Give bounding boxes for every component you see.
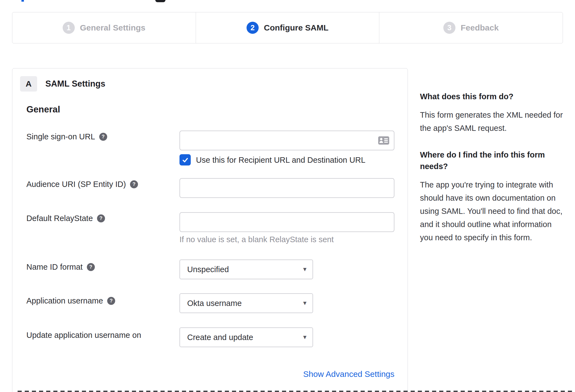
- help-icon[interactable]: ?: [107, 297, 115, 305]
- audience-uri-input[interactable]: [179, 178, 394, 198]
- step-2-label: Configure SAML: [264, 23, 328, 32]
- step-1-badge: 1: [63, 22, 75, 34]
- step-configure-saml[interactable]: 2 Configure SAML: [196, 12, 379, 43]
- contact-card-icon[interactable]: [378, 136, 389, 145]
- help-icon[interactable]: ?: [130, 180, 138, 188]
- sidebar-paragraph-1: This form generates the XML needed for t…: [420, 108, 563, 135]
- sso-url-label-row: Single sign-on URL ?: [26, 132, 107, 141]
- help-icon[interactable]: ?: [87, 263, 95, 271]
- audience-uri-label-row: Audience URI (SP Entity ID) ?: [26, 180, 138, 189]
- step-general-settings[interactable]: 1 General Settings: [12, 12, 196, 43]
- update-username-select[interactable]: Create and update ▾: [179, 327, 313, 347]
- relaystate-label-row: Default RelayState ?: [26, 214, 105, 223]
- check-icon: [182, 156, 189, 164]
- sidebar-paragraph-2: The app you're trying to integrate with …: [420, 178, 563, 244]
- update-username-label: Update application username on: [26, 331, 141, 340]
- step-3-label: Feedback: [461, 23, 499, 32]
- relaystate-label: Default RelayState: [26, 214, 93, 223]
- sidebar-heading-2: Where do I find the info this form needs…: [420, 149, 563, 172]
- general-group-heading: General: [26, 104, 60, 115]
- help-sidebar: What does this form do? This form genera…: [420, 91, 563, 244]
- app-username-label: Application username: [26, 296, 103, 305]
- sso-url-input[interactable]: [179, 131, 394, 150]
- wizard-stepper: 1 General Settings 2 Configure SAML 3 Fe…: [12, 12, 563, 43]
- nameid-format-label-row: Name ID format ?: [26, 263, 95, 272]
- nameid-format-value: Unspecified: [187, 265, 229, 274]
- cutoff-blue-fragment: [21, 0, 24, 2]
- chevron-down-icon: ▾: [303, 299, 306, 307]
- step-2-badge: 2: [247, 22, 259, 34]
- step-1-label: General Settings: [80, 23, 145, 32]
- relaystate-input[interactable]: [179, 212, 394, 232]
- step-3-badge: 3: [443, 22, 455, 34]
- dashed-section-divider: [18, 391, 575, 392]
- relaystate-hint: If no value is set, a blank RelayState i…: [179, 235, 334, 244]
- step-feedback[interactable]: 3 Feedback: [379, 12, 563, 43]
- audience-uri-label: Audience URI (SP Entity ID): [26, 180, 126, 189]
- sidebar-heading-1: What does this form do?: [420, 91, 563, 102]
- nameid-format-select[interactable]: Unspecified ▾: [179, 260, 313, 279]
- help-icon[interactable]: ?: [97, 214, 105, 222]
- app-username-label-row: Application username ?: [26, 296, 115, 305]
- sso-url-label: Single sign-on URL: [26, 132, 95, 141]
- help-icon[interactable]: ?: [99, 133, 107, 141]
- recipient-url-checkbox-label: Use this for Recipient URL and Destinati…: [196, 154, 365, 165]
- update-username-value: Create and update: [187, 333, 253, 342]
- panel-title: SAML Settings: [45, 76, 105, 92]
- cutoff-lock-icon: [155, 0, 165, 2]
- nameid-format-label: Name ID format: [26, 263, 83, 272]
- section-a-badge: A: [20, 76, 37, 92]
- app-username-value: Okta username: [187, 299, 242, 308]
- chevron-down-icon: ▾: [303, 333, 306, 341]
- chevron-down-icon: ▾: [303, 265, 306, 273]
- show-advanced-settings-link[interactable]: Show Advanced Settings: [179, 369, 394, 379]
- saml-settings-panel: A SAML Settings General Single sign-on U…: [12, 68, 408, 392]
- recipient-url-checkbox[interactable]: [179, 154, 191, 165]
- app-username-select[interactable]: Okta username ▾: [179, 293, 313, 313]
- update-username-label-row: Update application username on: [26, 331, 141, 340]
